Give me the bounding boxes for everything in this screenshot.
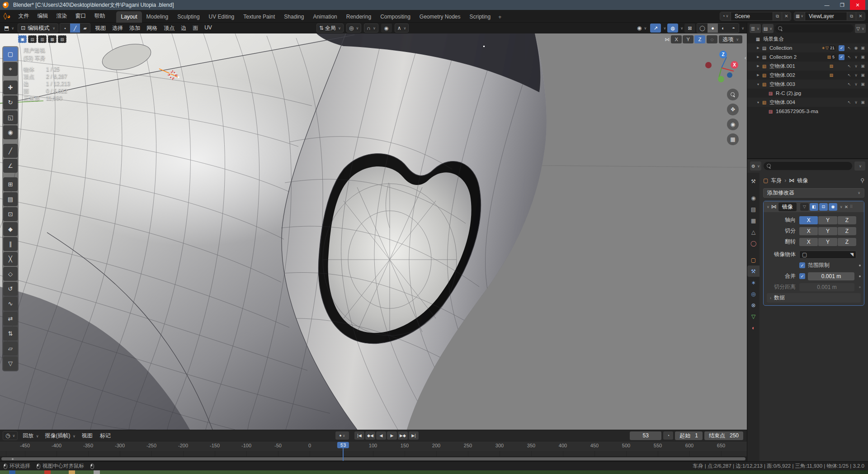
- inset-faces[interactable]: ⊡: [3, 207, 18, 221]
- gizmo-x-axis[interactable]: X: [731, 61, 738, 69]
- smooth[interactable]: ∿: [3, 297, 18, 311]
- axis-toggle-button[interactable]: Y: [818, 216, 837, 224]
- viewport-menu-item[interactable]: 添加: [126, 24, 143, 32]
- play-reverse[interactable]: ◀: [376, 431, 386, 440]
- timeline-ruler[interactable]: -450-400-350-300-250-200-150-100-5001001…: [0, 441, 747, 451]
- overlays-toggle[interactable]: ◍: [667, 24, 678, 33]
- outliner-row[interactable]: ▼ ▧ 空物体.003 ↖ ∨ ▣: [747, 80, 868, 89]
- axis-toggle-button[interactable]: Z: [838, 216, 856, 224]
- viewlayer-selector[interactable]: ▦∨ ViewLayer ⧉ ✕: [794, 12, 865, 21]
- playhead-line[interactable]: [343, 446, 344, 461]
- measure[interactable]: ∠: [3, 159, 18, 173]
- edge-slide[interactable]: ⇄: [3, 312, 18, 326]
- item-name[interactable]: 空物体.003: [769, 81, 833, 88]
- rip-region[interactable]: ▽: [3, 356, 18, 370]
- transform-orientation-dropdown[interactable]: ⇅ 全局∨: [316, 24, 344, 33]
- collection-checkbox[interactable]: [839, 90, 844, 96]
- outliner-row[interactable]: ▶ ▤ Collection 2 ▨5 ✓ ↖ ∨ ▣: [747, 52, 868, 62]
- viewport-canvas[interactable]: ▢⌖✚↻◱◉╱∠⊞▤⊡◆∥╳◇↺∿⇄⇅▱▽ ▣▤▥▦▧ ⋈ XYZ ◌ 选项∨ …: [0, 33, 747, 430]
- timeline-track[interactable]: [0, 451, 747, 456]
- mirror-object-field[interactable]: ▢ ◥: [799, 251, 856, 259]
- world[interactable]: ◯: [747, 237, 760, 249]
- selectable-icon[interactable]: ↖: [846, 73, 853, 77]
- shading-mode-button[interactable]: ●: [708, 24, 718, 33]
- outliner-row[interactable]: ▶ ▧ 空物体.002 ▨ ↖ ∨ ▣: [747, 71, 868, 80]
- eyedropper-icon[interactable]: ◥: [850, 252, 854, 257]
- workspace-tab[interactable]: Layout: [116, 11, 142, 23]
- shading-mode-button[interactable]: ◓: [728, 24, 739, 33]
- selectable-icon[interactable]: ↖: [846, 64, 853, 68]
- bevel[interactable]: ◆: [3, 222, 18, 236]
- drag-handle-icon[interactable]: ⠿: [850, 204, 854, 209]
- workspace-tab[interactable]: Compositing: [376, 11, 415, 23]
- expand-arrow-icon[interactable]: ▶: [755, 55, 761, 59]
- menu-item[interactable]: 渲染: [52, 11, 71, 21]
- display-viewport[interactable]: ⊡: [819, 203, 828, 211]
- play[interactable]: ▶: [387, 431, 397, 440]
- add-cube[interactable]: ⊞: [3, 177, 18, 191]
- data-subpanel-header[interactable]: › 数据: [767, 293, 861, 303]
- outliner-editor-type-button[interactable]: ☰∨: [750, 24, 761, 33]
- collection-checkbox[interactable]: ✓: [839, 45, 844, 51]
- disable-render-icon[interactable]: ▣: [859, 64, 866, 68]
- select-option-button[interactable]: ▤: [28, 35, 37, 43]
- selectable-icon[interactable]: ↖: [846, 100, 853, 104]
- remove-viewlayer-icon[interactable]: ✕: [856, 12, 865, 20]
- gizmo-x-neg[interactable]: [705, 62, 712, 68]
- mode-dropdown[interactable]: ⊡ 编辑模式 ∨: [18, 24, 58, 33]
- proportional-falloff-dropdown[interactable]: ∧∨: [395, 24, 409, 33]
- bisect-distance-field[interactable]: 0.001 m: [799, 283, 854, 291]
- viewport-menu-item[interactable]: 边: [178, 24, 189, 32]
- gizmo-y-axis[interactable]: [718, 76, 724, 82]
- viewport-menu-item[interactable]: UV: [201, 24, 215, 32]
- pivot-point-dropdown[interactable]: ◎∨: [346, 24, 361, 33]
- display-on-cage[interactable]: ▽: [800, 203, 809, 211]
- timeline-menu-item[interactable]: 回放 ∨: [19, 432, 42, 440]
- physics[interactable]: ◎: [747, 288, 760, 299]
- view-layer[interactable]: ▦: [747, 215, 760, 226]
- taskbar-icon[interactable]: [9, 470, 15, 474]
- minimize-button[interactable]: —: [819, 0, 835, 10]
- rotate[interactable]: ↻: [3, 95, 18, 109]
- sidebar-collapse-arrow[interactable]: ‹: [745, 54, 746, 61]
- item-name[interactable]: 空物体.002: [769, 72, 829, 79]
- collection-checkbox[interactable]: [839, 81, 844, 87]
- properties-options-button[interactable]: ∨: [854, 161, 865, 171]
- hide-viewport-icon[interactable]: ∨: [853, 82, 859, 86]
- item-name[interactable]: Collection 2: [769, 54, 826, 60]
- item-name[interactable]: 空物体.001: [769, 63, 829, 70]
- timeline-menu-item[interactable]: 标记: [97, 432, 115, 440]
- outliner-row[interactable]: ▶ ▧ 空物体.001 ▨ ↖ ∨ ▣: [747, 62, 868, 71]
- item-name[interactable]: R-C (2).jpg: [776, 90, 833, 96]
- timeline-menu-item[interactable]: 抠像(插帧) ∨: [42, 432, 79, 440]
- select-option-button[interactable]: ▥: [38, 35, 47, 43]
- delete-modifier-icon[interactable]: ✕: [844, 204, 848, 209]
- flip-toggle-button[interactable]: Z: [838, 238, 856, 246]
- collection-checkbox[interactable]: [839, 36, 844, 42]
- editor-type-button[interactable]: ⬒∨: [2, 24, 16, 33]
- poly-build[interactable]: ◇: [3, 267, 18, 281]
- move[interactable]: ✚: [3, 81, 18, 95]
- render[interactable]: ◉: [747, 192, 760, 204]
- xray-toggle[interactable]: ⊠: [684, 24, 695, 33]
- workspace-tab[interactable]: Shading: [279, 11, 308, 23]
- proportional-edit-button[interactable]: ◉: [381, 24, 392, 33]
- next-keyframe[interactable]: ▶◆: [398, 431, 408, 440]
- shrink-fatten[interactable]: ⇅: [3, 327, 18, 341]
- jump-to-end[interactable]: ▶|: [409, 431, 419, 440]
- constraints[interactable]: ⊗: [747, 299, 760, 311]
- workspace-tab[interactable]: Rendering: [342, 11, 376, 23]
- outliner-search-input[interactable]: [775, 24, 854, 33]
- select-mode-button[interactable]: ╱: [70, 24, 80, 33]
- properties-editor-type-button[interactable]: ⚙∨: [750, 161, 761, 171]
- outliner-row[interactable]: ▨ R-C (2).jpg: [747, 89, 868, 98]
- disable-render-icon[interactable]: ▣: [859, 55, 866, 59]
- mirror-axis-button[interactable]: X: [671, 35, 682, 43]
- display-render[interactable]: ◉: [829, 203, 837, 211]
- select-option-button[interactable]: ▦: [48, 35, 57, 43]
- timeline-scrollbar[interactable]: [0, 456, 747, 461]
- scene-selector[interactable]: ◔∨ Scene ⧉ ✕: [720, 12, 791, 21]
- workspace-tab[interactable]: UV Editing: [204, 11, 239, 23]
- shading-mode-button[interactable]: ◯: [697, 24, 708, 33]
- taskbar-icon[interactable]: [44, 470, 51, 474]
